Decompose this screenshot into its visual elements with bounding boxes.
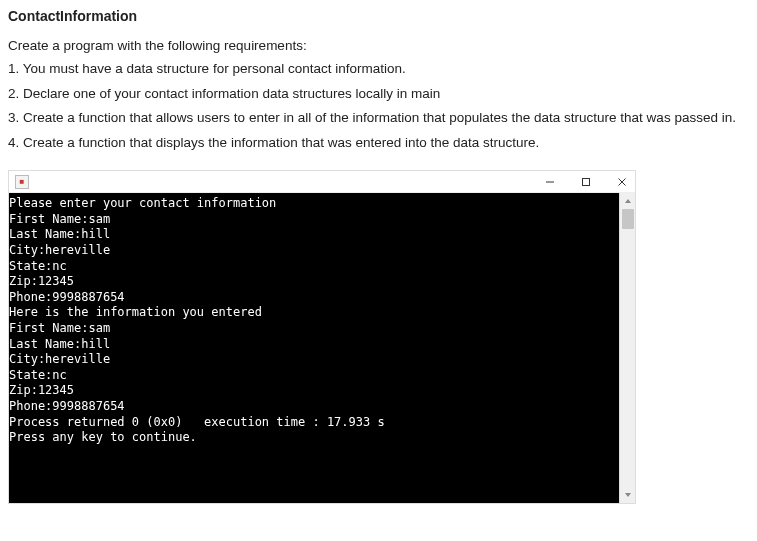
requirement-item: 3. Create a function that allows users t…	[8, 108, 749, 128]
console-line: Last Name:hill	[9, 337, 615, 353]
vertical-scrollbar[interactable]	[619, 193, 635, 503]
console-line: State:nc	[9, 368, 615, 384]
console-line: First Name:sam	[9, 321, 615, 337]
console-line: Last Name:hill	[9, 227, 615, 243]
console-line: Zip:12345	[9, 383, 615, 399]
console-line: Here is the information you entered	[9, 305, 615, 321]
requirement-item: 2. Declare one of your contact informati…	[8, 84, 749, 104]
svg-marker-4	[625, 199, 631, 203]
requirement-item: 4. Create a function that displays the i…	[8, 133, 749, 153]
requirement-item: 1. You must have a data structure for pe…	[8, 59, 749, 79]
console-line: Press any key to continue.	[9, 430, 615, 446]
console-line: First Name:sam	[9, 212, 615, 228]
window-titlebar: ■	[9, 171, 635, 193]
console-line: Phone:9998887654	[9, 399, 615, 415]
scroll-down-icon[interactable]	[620, 487, 635, 503]
console-line: Phone:9998887654	[9, 290, 615, 306]
console-line: Process returned 0 (0x0) execution time …	[9, 415, 615, 431]
console-line: City:hereville	[9, 243, 615, 259]
console-window: ■ Please enter your contact information …	[8, 170, 636, 504]
intro-text: Create a program with the following requ…	[8, 38, 749, 53]
minimize-button[interactable]	[543, 175, 557, 189]
console-line: State:nc	[9, 259, 615, 275]
window-controls	[543, 175, 629, 189]
console-line: City:hereville	[9, 352, 615, 368]
scroll-thumb[interactable]	[622, 209, 634, 229]
scroll-up-icon[interactable]	[620, 193, 635, 209]
app-icon: ■	[15, 175, 29, 189]
close-button[interactable]	[615, 175, 629, 189]
console-output: Please enter your contact information Fi…	[9, 193, 619, 503]
svg-marker-5	[625, 493, 631, 497]
console-line: Zip:12345	[9, 274, 615, 290]
page-title: ContactInformation	[8, 8, 749, 24]
svg-rect-1	[583, 178, 590, 185]
console-line: Please enter your contact information	[9, 196, 615, 212]
maximize-button[interactable]	[579, 175, 593, 189]
